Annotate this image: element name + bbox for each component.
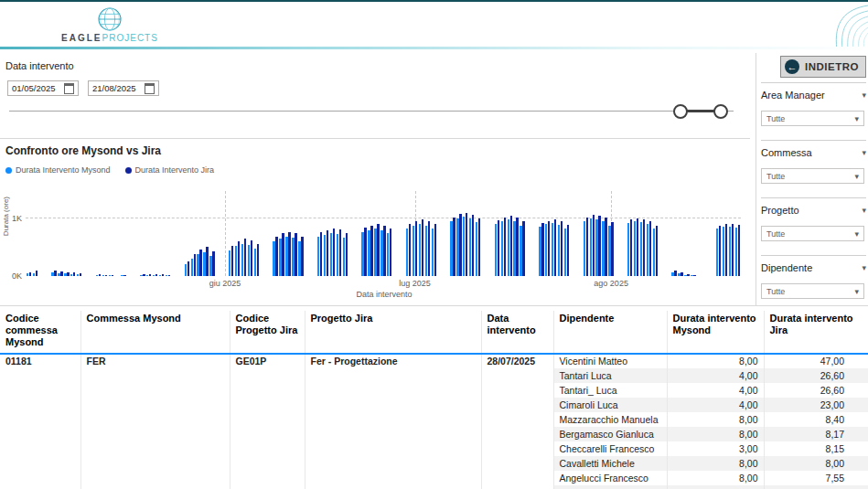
bar[interactable] [504, 218, 506, 276]
bar[interactable] [611, 222, 613, 276]
durata-jira-cell[interactable]: 8,17 [764, 427, 868, 441]
column-header[interactable]: Durata intervento Mysond [667, 311, 764, 354]
bar[interactable] [212, 251, 214, 276]
bar[interactable] [561, 221, 563, 276]
bar[interactable] [327, 230, 328, 276]
bar[interactable] [390, 229, 391, 276]
durata-jira-cell[interactable]: 8,00 [764, 456, 868, 471]
bar[interactable] [155, 274, 157, 276]
bar[interactable] [29, 272, 31, 276]
bar[interactable] [719, 226, 721, 276]
bar[interactable] [434, 224, 436, 276]
bar[interactable] [605, 218, 606, 276]
durata-mysond-cell[interactable]: 8,00 [667, 456, 764, 471]
bar[interactable] [656, 226, 658, 276]
durata-jira-cell[interactable]: 8,15 [764, 441, 868, 456]
bar[interactable] [516, 218, 518, 276]
bar[interactable] [693, 275, 695, 276]
back-button[interactable]: ← INDIETRO [780, 56, 866, 78]
slider-handle-left[interactable] [673, 104, 688, 119]
bar[interactable] [630, 219, 632, 276]
bar[interactable] [162, 274, 164, 276]
bar[interactable] [498, 220, 499, 276]
bar[interactable] [168, 275, 170, 276]
filter-dropdown-area-manager[interactable]: Tutte▾ [761, 111, 864, 126]
filter-dropdown-progetto[interactable]: Tutte▾ [761, 226, 864, 241]
bar[interactable] [67, 272, 69, 276]
column-header[interactable]: Durata intervento Jira [764, 311, 868, 354]
bar[interactable] [453, 218, 455, 276]
durata-mysond-cell[interactable]: 4,00 [667, 368, 764, 383]
legend-item[interactable]: Durata Intervento Mysond [5, 165, 111, 175]
bar[interactable] [244, 239, 246, 276]
legend-item[interactable]: Durata Intervento Jira [125, 165, 215, 175]
bar[interactable] [54, 271, 56, 276]
bar[interactable] [333, 229, 335, 276]
bar[interactable] [478, 218, 480, 276]
bar[interactable] [275, 237, 277, 276]
bar[interactable] [598, 216, 600, 276]
bar[interactable] [238, 241, 240, 276]
bar[interactable] [105, 275, 107, 276]
bar[interactable] [295, 233, 296, 276]
bar[interactable] [36, 271, 38, 276]
calendar-icon[interactable] [145, 83, 155, 94]
durata-mysond-cell[interactable]: 8,00 [667, 471, 764, 485]
bar[interactable] [732, 224, 734, 276]
chevron-down-icon[interactable]: ▾ [862, 148, 866, 157]
durata-mysond-cell[interactable]: 8,00 [667, 412, 764, 427]
chevron-down-icon[interactable]: ▾ [862, 206, 866, 215]
bar[interactable] [738, 225, 740, 276]
bar[interactable] [99, 274, 101, 276]
bar[interactable] [346, 233, 348, 276]
date-start-input[interactable]: 01/05/2025 [7, 80, 79, 96]
durata-jira-cell[interactable]: 26,60 [764, 383, 868, 398]
employee-name-cell[interactable]: Cimaroli Luca [553, 398, 667, 412]
employee-name-cell[interactable]: Bergamasco Gianluca [553, 427, 667, 441]
group-cell[interactable]: 28/07/2025 [481, 354, 553, 489]
bar[interactable] [586, 218, 588, 276]
employee-name-cell[interactable]: Cavalletti Michele [553, 456, 667, 471]
bar[interactable] [377, 224, 379, 276]
column-header[interactable]: Data intervento [481, 311, 553, 354]
bar[interactable] [282, 233, 284, 276]
durata-jira-cell[interactable]: 23,00 [764, 398, 868, 412]
slider-handle-right[interactable] [713, 104, 728, 119]
durata-mysond-cell[interactable]: 4,00 [667, 383, 764, 398]
durata-mysond-cell[interactable]: 4,00 [667, 398, 764, 412]
bar[interactable] [143, 274, 145, 276]
column-header[interactable]: Dipendente [553, 311, 667, 354]
bar[interactable] [567, 225, 569, 276]
bar[interactable] [466, 213, 467, 276]
bar[interactable] [593, 215, 595, 276]
bar[interactable] [422, 219, 423, 276]
bar[interactable] [123, 275, 125, 276]
column-header[interactable]: Progetto Jira [305, 311, 481, 354]
bar[interactable] [288, 232, 290, 276]
bar[interactable] [364, 228, 366, 276]
bar[interactable] [637, 218, 638, 276]
chevron-down-icon[interactable]: ▾ [862, 263, 866, 272]
bar[interactable] [725, 224, 727, 276]
chevron-down-icon[interactable]: ▾ [862, 90, 866, 100]
bar[interactable] [548, 221, 550, 276]
date-end-input[interactable]: 21/08/2025 [88, 80, 159, 96]
bar[interactable] [199, 250, 201, 276]
bar[interactable] [112, 275, 113, 276]
group-cell[interactable]: 01181 [0, 354, 80, 489]
bar[interactable] [554, 219, 556, 276]
bar[interactable] [73, 272, 75, 276]
employee-name-cell[interactable]: Tantari_ Luca [553, 383, 667, 398]
group-cell[interactable]: FER [80, 354, 230, 489]
bar[interactable] [510, 216, 512, 276]
bar[interactable] [472, 215, 474, 276]
durata-mysond-cell[interactable]: 3,00 [667, 441, 764, 456]
durata-mysond-cell[interactable]: 8,00 [667, 427, 764, 441]
durata-jira-cell[interactable]: 26,60 [764, 368, 868, 383]
calendar-icon[interactable] [64, 83, 74, 94]
bar[interactable] [301, 237, 303, 276]
employee-name-cell[interactable]: Tantari Luca [553, 368, 667, 383]
bar[interactable] [415, 221, 417, 276]
bar[interactable] [643, 219, 645, 276]
bar[interactable] [251, 240, 252, 276]
